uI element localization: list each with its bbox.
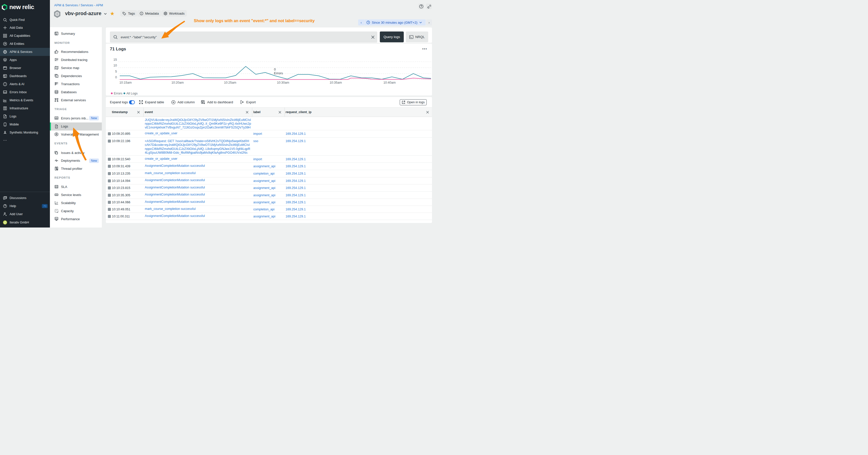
svg-text:0: 0: [115, 75, 117, 79]
svg-text:5: 5: [115, 70, 117, 73]
svg-text:10:30am: 10:30am: [277, 81, 289, 85]
svg-text:10:35am: 10:35am: [330, 81, 342, 85]
svg-text:10:40am: 10:40am: [383, 81, 396, 85]
svg-text:10:15am: 10:15am: [120, 81, 132, 85]
svg-text:Errors: Errors: [274, 71, 283, 75]
svg-text:10:25am: 10:25am: [224, 81, 237, 85]
svg-text:15: 15: [114, 58, 117, 62]
svg-text:10: 10: [114, 64, 117, 67]
svg-text:0: 0: [274, 67, 276, 71]
svg-text:10:20am: 10:20am: [172, 81, 184, 85]
